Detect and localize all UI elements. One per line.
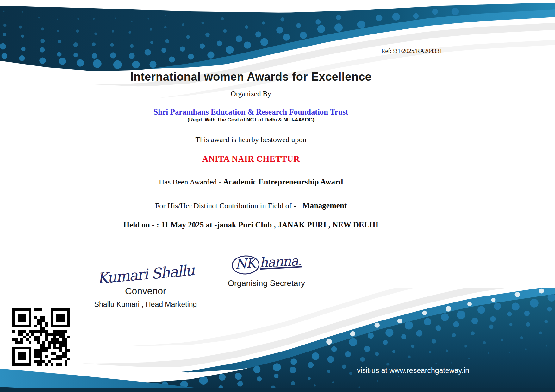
convenor-person-name: Shallu Kumari , Head Marketing xyxy=(88,300,203,309)
convenor-signature: Kumari Shallu xyxy=(97,262,195,287)
bottom-wave-decoration xyxy=(0,288,555,392)
website-line: visit us at www.researchgateway.in xyxy=(357,366,469,375)
organization-registration: (Regd. With The Govt of NCT of Delhi & N… xyxy=(0,117,502,123)
top-wave-decoration xyxy=(0,0,555,101)
secretary-signature-initials: NK xyxy=(231,255,260,275)
field-value: Management xyxy=(302,201,347,210)
reference-number: Ref:331/2025/RA204331 xyxy=(381,47,442,54)
held-on-line: Held on - : 11 May 2025 at -janak Puri C… xyxy=(0,221,502,229)
field-line: For His/Her Distinct Contribution in Fie… xyxy=(0,201,502,210)
organization-name: Shri Paramhans Education & Research Foun… xyxy=(0,108,502,116)
award-name: Academic Entrepreneurship Award xyxy=(223,177,343,186)
convenor-signature-block: Kumari Shallu Convenor Shallu Kumari , H… xyxy=(88,266,203,309)
award-line: Has Been Awarded - Academic Entrepreneur… xyxy=(0,177,502,186)
secretary-signature-rest: hanna. xyxy=(259,253,302,271)
secretary-role-label: Organising Secretary xyxy=(213,278,320,288)
convenor-role-label: Convenor xyxy=(88,286,203,296)
certificate-title: International women Awards for Excellenc… xyxy=(0,70,502,84)
award-line-prefix: Has Been Awarded - xyxy=(159,178,223,186)
field-line-prefix: For His/Her Distinct Contribution in Fie… xyxy=(155,202,296,210)
recipient-name: ANITA NAIR CHETTUR xyxy=(0,154,502,164)
bestowed-upon-line: This award is hearby bestowed upon xyxy=(0,135,502,144)
certificate-page: Ref:331/2025/RA204331 International wome… xyxy=(0,0,555,392)
secretary-signature-block: NKhanna. Organising Secretary xyxy=(213,254,320,288)
organized-by-label: Organized By xyxy=(0,90,502,98)
secretary-signature: NKhanna. xyxy=(231,252,302,275)
qr-code xyxy=(12,308,70,366)
